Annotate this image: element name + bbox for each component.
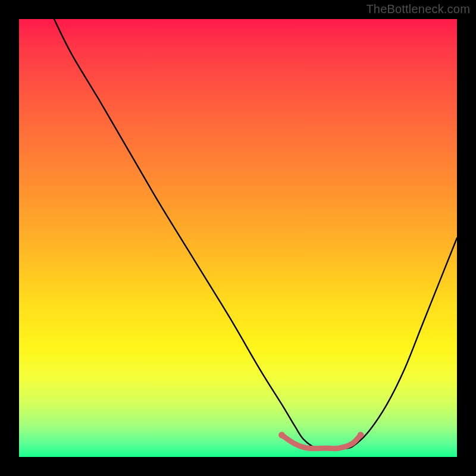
- bottleneck-curve-path: [54, 19, 457, 449]
- optimal-range-start-dot: [278, 432, 285, 439]
- chart-frame: TheBottleneck.com: [0, 0, 476, 476]
- watermark-text: TheBottleneck.com: [366, 2, 470, 16]
- optimal-range-path: [282, 435, 361, 449]
- plot-area: [19, 19, 457, 457]
- chart-svg: [19, 19, 457, 457]
- plot-outer: [19, 19, 457, 457]
- optimal-range-end-dot: [358, 432, 364, 439]
- curve-layer: [54, 19, 457, 449]
